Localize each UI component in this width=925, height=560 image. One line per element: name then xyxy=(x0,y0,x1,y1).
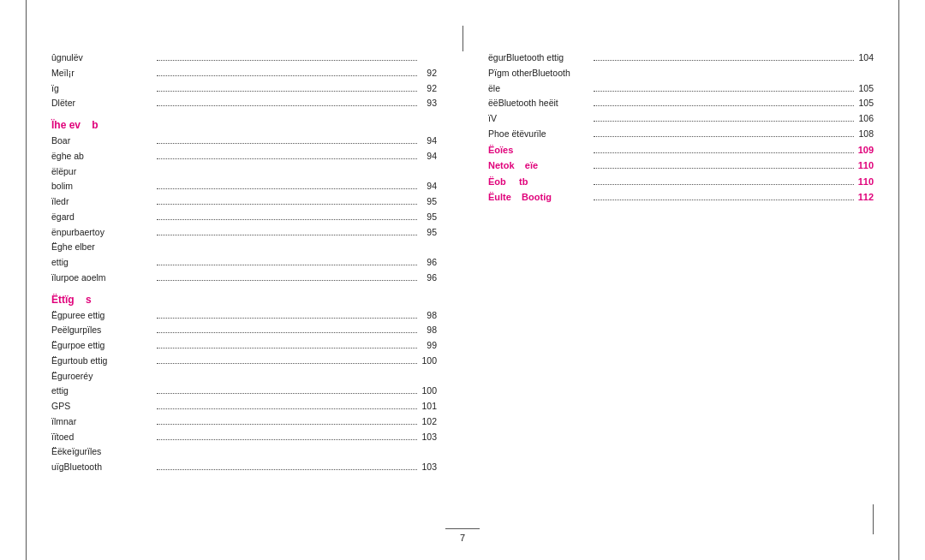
entry-page: 100 xyxy=(420,384,437,398)
list-item-pink: Ëulte Bootig 112 xyxy=(488,190,874,205)
entry-label: ëghe ab xyxy=(51,150,154,164)
entry-label: Ëob tb xyxy=(488,175,591,189)
list-item: Ëguroeréy xyxy=(51,370,437,384)
list-item: ïledr 95 xyxy=(51,195,437,209)
entry-label: Ëoïes xyxy=(488,143,591,158)
list-item: ïV 106 xyxy=(488,112,874,126)
entry-label: ettig xyxy=(51,256,154,270)
entry-label: ïg xyxy=(51,82,154,96)
entry-page: 104 xyxy=(856,51,874,65)
entry-page: 94 xyxy=(420,180,437,194)
entry-label: Ëguroeréy xyxy=(51,370,154,384)
entry-page: 98 xyxy=(420,324,437,337)
entry-page: 96 xyxy=(420,271,437,285)
entry-dots xyxy=(157,332,417,333)
list-item: ûgnulëv xyxy=(51,51,437,65)
right-border xyxy=(898,0,899,560)
entry-dots xyxy=(594,91,854,92)
entry-label: ële xyxy=(488,82,591,96)
entry-page: 110 xyxy=(856,158,874,173)
entry-label: ëgard xyxy=(51,211,154,224)
list-item: Pïgm otherBluetooth xyxy=(488,67,874,80)
entry-dots xyxy=(157,393,417,394)
entry-dots xyxy=(157,439,417,440)
entry-dots xyxy=(157,105,417,106)
entry-page: 103 xyxy=(420,431,437,444)
entry-dots xyxy=(157,235,417,235)
bottom-line xyxy=(445,528,480,529)
entry-label: Ëëkeïgurïles xyxy=(51,445,154,459)
left-column: ûgnulëv Meïl¡r 92 ïg 92 Dlëter 93 Ïhe ev xyxy=(51,51,437,476)
entry-page: 92 xyxy=(420,82,437,96)
list-item: Peëlgurpïles 98 xyxy=(51,324,437,337)
entry-label: ënpurbaertoy xyxy=(51,226,154,240)
entry-label: ûgnulëv xyxy=(51,51,154,65)
list-item: Meïl¡r 92 xyxy=(51,67,437,80)
entry-label: ëlëpur xyxy=(51,165,154,179)
entry-label: ïledr xyxy=(51,195,154,209)
list-item: Dlëter 93 xyxy=(51,97,437,110)
entry-label: Boar xyxy=(51,134,154,148)
entry-page: 93 xyxy=(420,97,437,110)
entry-label: Ëgurtoub ettig xyxy=(51,354,154,368)
entry-page: 110 xyxy=(856,175,874,189)
list-item: Ëghe elber xyxy=(51,241,437,254)
list-item-pink: Netok eïe 110 xyxy=(488,158,874,173)
entry-page: 100 xyxy=(420,354,437,368)
list-item: ële 105 xyxy=(488,82,874,96)
entry-page: 101 xyxy=(420,400,437,414)
entry-dots xyxy=(157,75,417,76)
list-item: ëlëpur xyxy=(51,165,437,179)
entry-page: 98 xyxy=(420,309,437,323)
list-item-pink: Ëoïes 109 xyxy=(488,143,874,158)
entry-page: 105 xyxy=(856,97,874,110)
entry-dots xyxy=(594,105,854,106)
entry-dots xyxy=(157,204,417,205)
entry-dots xyxy=(157,280,417,281)
entry-dots xyxy=(157,219,417,220)
entry-dots xyxy=(157,469,417,470)
section-header: Ïhe ev b xyxy=(51,119,437,131)
entry-page: 95 xyxy=(420,211,437,224)
entry-label: bolim xyxy=(51,180,154,194)
entry-dots xyxy=(157,158,417,159)
entry-dots xyxy=(157,408,417,409)
list-item: Ëëkeïgurïles xyxy=(51,445,437,459)
page-content: ûgnulëv Meïl¡r 92 ïg 92 Dlëter 93 Ïhe ev xyxy=(51,34,874,526)
entry-dots xyxy=(594,168,854,169)
entry-dots xyxy=(157,348,417,349)
entry-dots xyxy=(594,60,854,61)
entry-page: 92 xyxy=(420,67,437,80)
entry-label: ëgurBluetooth ettig xyxy=(488,51,591,65)
entry-page: 99 xyxy=(420,339,437,353)
list-item: GPS 101 xyxy=(51,400,437,414)
bottom-left-line xyxy=(26,530,27,560)
list-item: ëgard 95 xyxy=(51,211,437,224)
entry-page: 95 xyxy=(420,195,437,209)
entry-label: ïV xyxy=(488,112,591,126)
entry-page: 108 xyxy=(856,128,874,141)
entry-label: Ëgurpoe ettig xyxy=(51,339,154,353)
entry-page: 102 xyxy=(420,415,437,429)
page-number-area: 7 xyxy=(445,528,480,543)
entry-dots xyxy=(157,318,417,319)
entry-dots xyxy=(594,136,854,137)
entry-label: ïïtoed xyxy=(51,431,154,444)
entry-label: uïgBluetooth xyxy=(51,461,154,474)
entry-page: 103 xyxy=(420,461,437,474)
list-item: ëghe ab 94 xyxy=(51,150,437,164)
entry-label: Ëulte Bootig xyxy=(488,190,591,205)
list-item: ettig 96 xyxy=(51,256,437,270)
entry-page: 94 xyxy=(420,150,437,164)
entry-dots xyxy=(157,424,417,425)
list-item: Ëgpuree ettig 98 xyxy=(51,309,437,323)
entry-page: 106 xyxy=(856,112,874,126)
entry-label: Dlëter xyxy=(51,97,154,110)
entry-dots xyxy=(594,121,854,122)
entry-dots xyxy=(594,200,854,200)
entry-dots xyxy=(157,188,417,189)
list-item: ïg 92 xyxy=(51,82,437,96)
entry-page: 105 xyxy=(856,82,874,96)
entry-label: Ëgpuree ettig xyxy=(51,309,154,323)
list-item: bolim 94 xyxy=(51,180,437,194)
